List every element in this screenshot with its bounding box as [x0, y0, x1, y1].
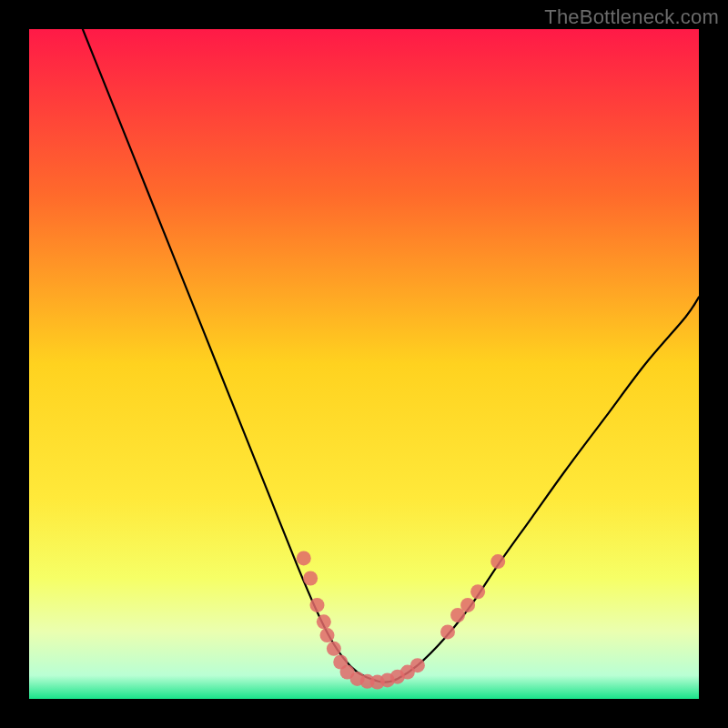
highlight-dot [297, 551, 311, 565]
bottleneck-chart [29, 29, 699, 699]
watermark-label: TheBottleneck.com [544, 5, 719, 29]
highlight-dot [320, 628, 335, 642]
highlight-dot [410, 658, 425, 672]
plot-area [29, 29, 699, 699]
highlight-dot [317, 614, 331, 629]
gradient-background [29, 29, 699, 699]
highlight-dot [440, 624, 455, 639]
chart-frame: TheBottleneck.com [0, 0, 728, 728]
highlight-dot [303, 571, 318, 586]
highlight-dot [309, 598, 324, 612]
highlight-dot [327, 642, 341, 656]
highlight-dot [490, 554, 505, 569]
highlight-dot [460, 598, 475, 612]
highlight-dot [470, 584, 485, 599]
